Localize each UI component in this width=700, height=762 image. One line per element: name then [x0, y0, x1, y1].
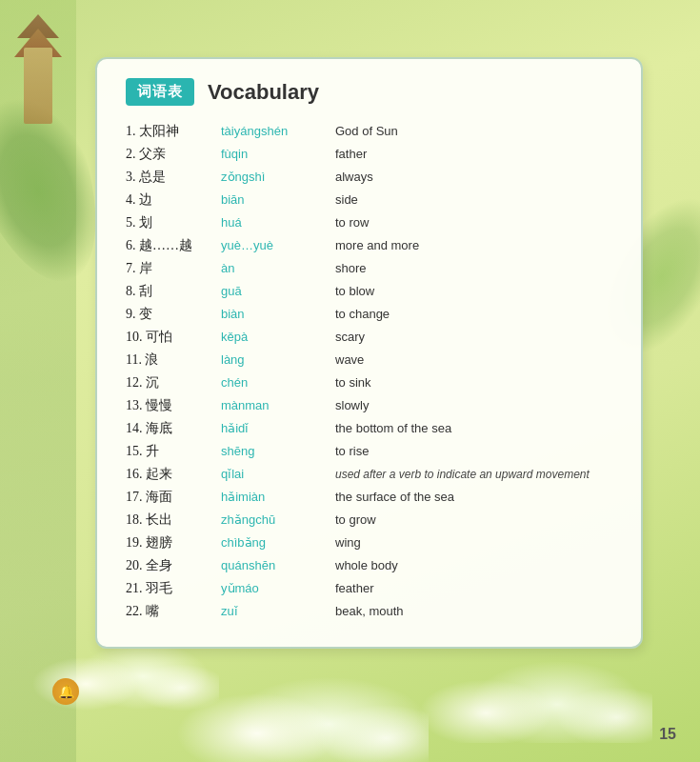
- page-number: 15: [659, 726, 676, 743]
- list-item: 10. 可怕kěpàscary: [126, 327, 612, 350]
- vocab-english: the bottom of the sea: [335, 421, 612, 435]
- vocab-chinese: 21. 羽毛: [126, 580, 221, 597]
- vocab-pinyin: huá: [221, 215, 335, 230]
- vocab-pinyin: quánshēn: [221, 558, 335, 572]
- list-item: 14. 海底hǎidǐthe bottom of the sea: [126, 418, 612, 441]
- vocab-chinese: 5. 划: [126, 214, 221, 231]
- vocab-pinyin: tàiyángshén: [221, 124, 335, 138]
- list-item: 5. 划huáto row: [126, 212, 612, 235]
- cloud-2: [143, 667, 429, 762]
- vocab-chinese: 18. 长出: [126, 511, 221, 529]
- vocab-pinyin: àn: [221, 261, 335, 275]
- vocab-english: God of Sun: [335, 124, 612, 138]
- vocab-english: father: [335, 147, 612, 161]
- list-item: 15. 升shēngto rise: [126, 441, 612, 464]
- list-item: 22. 嘴zuǐbeak, mouth: [126, 601, 612, 624]
- vocab-english: feather: [335, 581, 612, 595]
- vocab-chinese: 10. 可怕: [126, 329, 221, 346]
- vocab-pinyin: zuǐ: [221, 604, 335, 618]
- vocab-pinyin: hǎidǐ: [221, 421, 335, 435]
- vocab-pinyin: yǔmáo: [221, 581, 335, 595]
- vocab-chinese: 3. 总是: [126, 169, 221, 186]
- vocab-english: wave: [335, 352, 612, 367]
- list-item: 16. 起来qǐlaiused after a verb to indicate…: [126, 464, 612, 487]
- vocab-chinese: 12. 沉: [126, 374, 221, 391]
- vocab-pinyin: chén: [221, 375, 335, 390]
- list-item: 12. 沉chénto sink: [126, 372, 612, 395]
- vocab-english: to row: [335, 215, 612, 230]
- vocab-chinese: 4. 边: [126, 191, 221, 209]
- list-item: 1. 太阳神tàiyángshénGod of Sun: [126, 121, 612, 144]
- vocab-title: Vocabulary: [208, 80, 319, 105]
- vocab-list: 1. 太阳神tàiyángshénGod of Sun2. 父亲fùqinfat…: [126, 121, 612, 624]
- list-item: 17. 海面hǎimiànthe surface of the sea: [126, 487, 612, 510]
- vocab-chinese: 11. 浪: [126, 351, 221, 369]
- vocab-english: side: [335, 192, 612, 207]
- vocab-pinyin: làng: [221, 352, 335, 367]
- vocab-pinyin: kěpà: [221, 330, 335, 344]
- vocab-pinyin: yuè…yuè: [221, 238, 335, 252]
- vocab-english: shore: [335, 261, 612, 275]
- small-decoration-icon: 🔔: [52, 678, 79, 705]
- vocab-chinese: 22. 嘴: [126, 603, 221, 620]
- vocab-pinyin: biàn: [221, 307, 335, 321]
- list-item: 18. 长出zhǎngchūto grow: [126, 510, 612, 532]
- list-item: 21. 羽毛yǔmáofeather: [126, 578, 612, 601]
- vocab-chinese: 13. 慢慢: [126, 397, 221, 414]
- vocab-chinese: 16. 起来: [126, 466, 221, 483]
- vocab-english: scary: [335, 330, 612, 344]
- vocab-pinyin: chìbǎng: [221, 535, 335, 550]
- vocab-chinese: 2. 父亲: [126, 146, 221, 163]
- vocab-english: slowly: [335, 398, 612, 412]
- vocab-pinyin: biān: [221, 192, 335, 207]
- vocabulary-card: 词语表 Vocabulary 1. 太阳神tàiyángshénGod of S…: [95, 57, 643, 649]
- list-item: 3. 总是zǒngshìalways: [126, 167, 612, 190]
- list-item: 19. 翅膀chìbǎngwing: [126, 532, 612, 555]
- list-item: 11. 浪làngwave: [126, 350, 612, 372]
- list-item: 8. 刮guāto blow: [126, 281, 612, 304]
- list-item: 20. 全身quánshēnwhole body: [126, 555, 612, 578]
- vocab-badge: 词语表: [126, 78, 194, 106]
- list-item: 2. 父亲fùqinfather: [126, 144, 612, 167]
- cloud-3: [414, 657, 652, 743]
- vocab-pinyin: qǐlai: [221, 467, 335, 481]
- tower-decoration: [10, 10, 67, 124]
- vocab-chinese: 19. 翅膀: [126, 534, 221, 551]
- vocab-pinyin: shēng: [221, 444, 335, 458]
- vocab-chinese: 7. 岸: [126, 260, 221, 277]
- vocab-english: the surface of the sea: [335, 490, 612, 504]
- vocab-english: to rise: [335, 444, 612, 458]
- vocab-english: to blow: [335, 284, 612, 298]
- vocab-chinese: 17. 海面: [126, 489, 221, 506]
- vocab-english: always: [335, 170, 612, 184]
- vocab-chinese: 14. 海底: [126, 420, 221, 437]
- vocab-english: to change: [335, 307, 612, 321]
- list-item: 6. 越……越yuè…yuèmore and more: [126, 235, 612, 258]
- vocab-chinese: 20. 全身: [126, 557, 221, 574]
- vocab-pinyin: guā: [221, 284, 335, 298]
- background: 🔔 词语表 Vocabulary 1. 太阳神tàiyángshénGod of…: [0, 0, 700, 762]
- vocab-english: more and more: [335, 238, 612, 252]
- vocab-chinese: 15. 升: [126, 443, 221, 460]
- list-item: 13. 慢慢mànmanslowly: [126, 395, 612, 418]
- vocab-chinese: 9. 变: [126, 306, 221, 323]
- vocab-pinyin: mànman: [221, 398, 335, 412]
- vocab-english: wing: [335, 535, 612, 550]
- vocab-english: beak, mouth: [335, 604, 612, 618]
- vocab-english: whole body: [335, 558, 612, 572]
- vocab-chinese: 1. 太阳神: [126, 123, 221, 140]
- list-item: 7. 岸ànshore: [126, 258, 612, 281]
- vocab-pinyin: zǒngshì: [221, 170, 335, 184]
- vocab-english: used after a verb to indicate an upward …: [335, 467, 612, 483]
- vocab-pinyin: hǎimiàn: [221, 490, 335, 504]
- vocab-english: to grow: [335, 512, 612, 527]
- vocab-pinyin: zhǎngchū: [221, 512, 335, 527]
- vocab-chinese: 8. 刮: [126, 283, 221, 300]
- list-item: 9. 变biànto change: [126, 304, 612, 327]
- vocab-english: to sink: [335, 375, 612, 390]
- card-header: 词语表 Vocabulary: [126, 78, 612, 106]
- vocab-chinese: 6. 越……越: [126, 237, 221, 254]
- vocab-pinyin: fùqin: [221, 147, 335, 161]
- list-item: 4. 边biānside: [126, 190, 612, 212]
